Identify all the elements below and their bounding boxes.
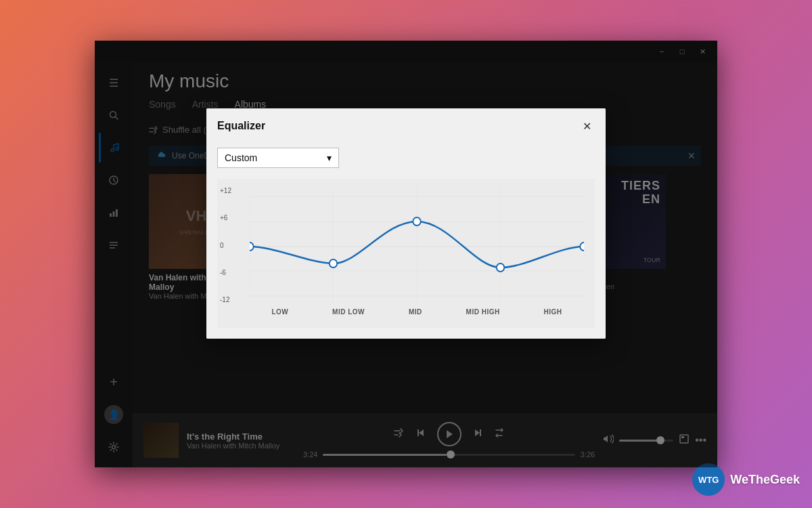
svg-point-30	[580, 242, 584, 251]
eq-header: Equalizer ✕	[206, 108, 606, 141]
eq-x-label-mid: MID	[409, 308, 422, 316]
equalizer-overlay: Equalizer ✕ Custom ▾ +12 +6 0 -6 -12	[95, 41, 717, 467]
eq-x-label-high: HIGH	[544, 308, 562, 316]
eq-chart-area: +12 +6 0 -6 -12	[217, 179, 595, 328]
eq-y-labels: +12 +6 0 -6 -12	[217, 187, 234, 303]
eq-preset-select[interactable]: Custom ▾	[217, 148, 339, 168]
equalizer-dialog: Equalizer ✕ Custom ▾ +12 +6 0 -6 -12	[206, 108, 606, 339]
wtg-badge: WTG WeTheGeek	[692, 463, 800, 496]
eq-y-label-0: 0	[220, 242, 231, 249]
svg-point-29	[497, 263, 504, 272]
eq-chart-svg	[250, 187, 584, 305]
svg-point-26	[250, 242, 254, 251]
svg-point-28	[413, 217, 420, 226]
eq-y-label-neg12: -12	[220, 296, 231, 303]
eq-y-label-neg6: -6	[220, 269, 231, 276]
eq-y-label-12: +12	[220, 187, 231, 194]
eq-close-button[interactable]: ✕	[579, 118, 595, 134]
wtg-logo: WTG	[692, 463, 725, 496]
eq-x-label-midhigh: MID HIGH	[466, 308, 500, 316]
eq-preset-label: Custom	[225, 152, 257, 163]
wtg-brand-name: WeTheGeek	[730, 473, 800, 487]
app-window: − □ ✕ ☰	[95, 41, 717, 467]
eq-preset-arrow: ▾	[327, 152, 332, 163]
eq-x-label-midlow: MID LOW	[332, 308, 365, 316]
eq-x-label-low: LOW	[271, 308, 288, 316]
eq-title: Equalizer	[217, 120, 265, 132]
eq-y-label-6: +6	[220, 214, 231, 221]
eq-x-labels: LOW MID LOW MID MID HIGH HIGH	[250, 308, 584, 316]
eq-body: Custom ▾ +12 +6 0 -6 -12	[206, 141, 606, 339]
svg-point-27	[330, 259, 337, 268]
